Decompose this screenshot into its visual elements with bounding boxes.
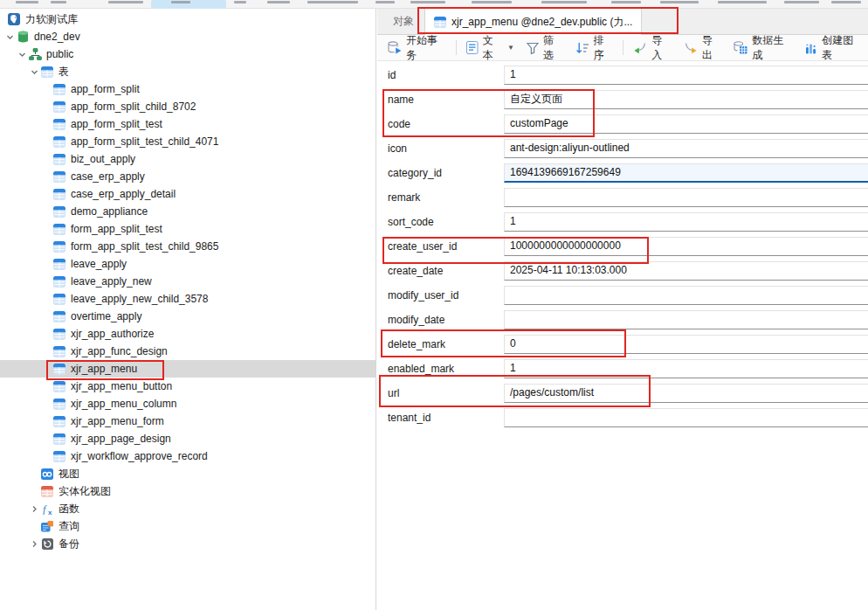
tree-item-xjr-app-menu-form[interactable]: xjr_app_menu_form <box>0 412 375 430</box>
field-value-sort-code[interactable]: 1 <box>504 212 868 232</box>
field-row-delete-mark: delete_mark0 <box>377 332 868 357</box>
tree-item-form-app-split-test-child-9865[interactable]: form_app_split_test_child_9865 <box>0 238 375 255</box>
backup-icon <box>40 537 54 550</box>
field-value-remark[interactable] <box>504 188 868 207</box>
tree-item-overtime-apply[interactable]: overtime_apply <box>0 308 375 325</box>
tree-item-[interactable]: 备份 <box>0 535 375 552</box>
field-value-enabled-mark[interactable]: 1 <box>504 359 868 378</box>
-button[interactable]: 创建图表 <box>798 38 868 59</box>
tree-item-[interactable]: fx函数 <box>0 500 375 517</box>
tree-item-xjr-app-menu-column[interactable]: xjr_app_menu_column <box>0 395 375 412</box>
tree-item-public[interactable]: public <box>0 45 375 63</box>
database-green-icon <box>16 31 30 43</box>
tree-item-[interactable]: 视图 <box>0 465 375 482</box>
chevron-spacer <box>40 170 52 183</box>
tree-item-case-erp-apply[interactable]: case_erp_apply <box>0 168 375 185</box>
-button[interactable]: 导出 <box>678 38 728 59</box>
clipped-ui-fragment <box>375 1 395 3</box>
tree-item-biz-out-apply[interactable]: biz_out_apply <box>0 150 375 168</box>
export-icon <box>684 42 698 54</box>
tree-item-[interactable]: 查询 <box>0 517 375 535</box>
tree-item-demo-appliance[interactable]: demo_appliance <box>0 203 375 220</box>
chevron-spacer <box>40 328 52 340</box>
table-icon <box>52 83 66 95</box>
field-value-code[interactable]: customPage <box>504 114 868 134</box>
table-icon <box>52 363 66 375</box>
tree-item-label: 函数 <box>59 502 86 516</box>
field-value-delete-mark[interactable]: 0 <box>504 335 868 354</box>
-button[interactable]: 排序 <box>569 38 620 59</box>
tree-item-xjr-app-authorize[interactable]: xjr_app_authorize <box>0 325 375 343</box>
chevron-down-icon[interactable] <box>16 48 28 60</box>
chevron-spacer <box>40 188 52 200</box>
chevron-down-icon[interactable] <box>3 31 16 43</box>
field-name-remark: remark <box>388 185 420 210</box>
record-toolbar: 开始事务文本▼筛选排序导入导出数据生成创建图表 <box>377 35 868 61</box>
-button[interactable]: 数据生成 <box>727 38 798 59</box>
tree-item-dne2-dev[interactable]: dne2_dev <box>0 28 375 45</box>
field-value-create-date[interactable]: 2025-04-11 10:13:03.000 <box>504 261 868 281</box>
field-value-category-id[interactable]: 1694139669167259649 <box>504 163 868 183</box>
tree-item-leave-apply[interactable]: leave_apply <box>0 255 375 273</box>
field-value-text: 1694139669167259649 <box>510 166 621 178</box>
tree-item-app-form-split-test[interactable]: app_form_split_test <box>0 115 375 133</box>
-button[interactable]: 开始事务 <box>382 38 452 59</box>
tab-xjr-app-menu[interactable]: xjr_app_menu @dne2_dev.public (力... <box>424 9 642 35</box>
chevron-right-icon[interactable] <box>28 503 40 515</box>
tab-objects[interactable]: 对象 <box>382 9 424 34</box>
clipped-ui-fragment <box>108 1 143 3</box>
dropdown-caret-icon[interactable]: ▼ <box>507 44 514 52</box>
chevron-spacer <box>40 293 52 305</box>
tree-item-xjr-app-menu[interactable]: xjr_app_menu <box>0 360 375 378</box>
tree-item-app-form-split-child-8702[interactable]: app_form_split_child_8702 <box>0 98 375 115</box>
tree-item-form-app-split-test[interactable]: form_app_split_test <box>0 220 375 238</box>
toolbar-separator <box>456 40 457 55</box>
field-value-modify-user-id[interactable] <box>504 286 868 305</box>
table-icon <box>52 415 66 427</box>
tree-item-leave-apply-new-child-3578[interactable]: leave_apply_new_child_3578 <box>0 290 375 308</box>
-button[interactable]: 筛选 <box>520 38 569 59</box>
chevron-spacer <box>40 398 52 410</box>
field-value-url[interactable]: /pages/custom/list <box>504 384 868 403</box>
field-value-id[interactable]: 1 <box>504 66 868 85</box>
field-value-text: ant-design:aliyun-outlined <box>510 142 630 154</box>
tree-item-label: xjr_app_authorize <box>71 328 161 340</box>
tree-item-app-form-split-test-child-4071[interactable]: app_form_split_test_child_4071 <box>0 133 375 150</box>
-button[interactable]: 导入 <box>627 38 678 59</box>
chevron-spacer <box>28 520 40 532</box>
field-value-icon[interactable]: ant-design:aliyun-outlined <box>504 139 868 158</box>
chevron-right-icon[interactable] <box>28 537 40 550</box>
tree-item-[interactable]: 表 <box>0 63 375 80</box>
tree-item-label: 力软测试库 <box>25 12 85 27</box>
tree-item-[interactable]: 实体化视图 <box>0 482 375 500</box>
field-value-create-user-id[interactable]: 1000000000000000000 <box>504 237 868 256</box>
field-row-id: id1 <box>377 63 868 87</box>
tree-item-[interactable]: 力软测试库 <box>0 10 375 28</box>
clipped-ui-fragment <box>234 1 246 3</box>
field-value-tenant-id[interactable] <box>504 408 868 427</box>
tree-item-xjr-app-page-design[interactable]: xjr_app_page_design <box>0 430 375 447</box>
-button[interactable]: 文本▼ <box>460 38 520 59</box>
tree-item-xjr-app-func-design[interactable]: xjr_app_func_design <box>0 343 375 360</box>
field-value-name[interactable]: 自定义页面 <box>504 90 868 109</box>
tree-item-label: public <box>46 48 80 60</box>
chevron-spacer <box>40 101 52 113</box>
field-value-modify-date[interactable] <box>504 310 868 329</box>
tree-item-label: app_form_split_test <box>71 118 169 130</box>
tree-item-case-erp-apply-detail[interactable]: case_erp_apply_detail <box>0 185 375 203</box>
chevron-down-icon[interactable] <box>28 66 40 78</box>
tree-item-label: xjr_workflow_approve_record <box>71 450 215 462</box>
field-name-tenant-id: tenant_id <box>388 406 431 430</box>
field-value-text: 2025-04-11 10:13:03.000 <box>510 264 627 276</box>
table-icon <box>52 380 66 392</box>
tree-item-app-form-split[interactable]: app_form_split <box>0 80 375 98</box>
tree-item-leave-apply-new[interactable]: leave_apply_new <box>0 273 375 290</box>
field-row-remark: remark <box>377 185 868 210</box>
table-icon <box>434 17 446 28</box>
tree-item-label: xjr_app_menu_form <box>71 415 171 427</box>
tree-item-xjr-app-menu-button[interactable]: xjr_app_menu_button <box>0 378 375 395</box>
tree-item-xjr-workflow-approve-record[interactable]: xjr_workflow_approve_record <box>0 447 375 465</box>
table-icon <box>52 310 66 322</box>
field-value-text: 自定义页面 <box>510 93 562 105</box>
table-icon <box>52 118 66 130</box>
